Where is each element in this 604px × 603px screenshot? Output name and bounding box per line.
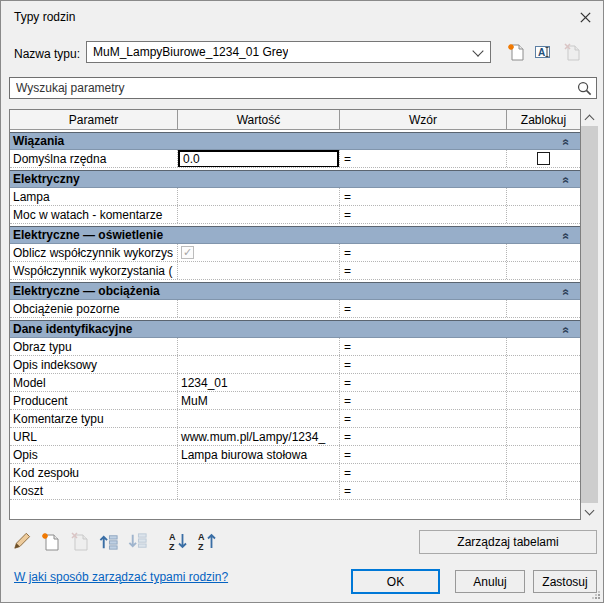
table-scrollbar[interactable] (581, 109, 598, 520)
parameter-name-cell: Współczynnik wykorzystania ( (10, 262, 178, 279)
column-header[interactable]: Wartość (178, 110, 340, 130)
formula-cell[interactable]: = (340, 338, 507, 355)
param-row[interactable]: Koszt= (10, 482, 580, 500)
collapse-section-icon[interactable]: « (559, 233, 575, 240)
new-type-button[interactable] (504, 40, 528, 64)
parameter-value-cell[interactable]: 1234_01 (178, 374, 340, 391)
parameters-table: ParametrWartośćWzórZablokuj Wiązania«Dom… (9, 109, 581, 520)
param-row[interactable]: Model1234_01= (10, 374, 580, 392)
formula-cell[interactable]: = (340, 446, 507, 463)
parameter-value-cell[interactable]: 0.0 (178, 150, 340, 167)
param-row[interactable]: OpisLampa biurowa stołowa= (10, 446, 580, 464)
parameter-value-cell[interactable]: Lampa biurowa stołowa (178, 446, 340, 463)
apply-label: Zastosuj (542, 575, 587, 589)
param-row[interactable]: URLwww.mum.pl/Lampy/1234_= (10, 428, 580, 446)
formula-cell[interactable]: = (340, 374, 507, 391)
edit-parameter-button[interactable] (9, 529, 33, 553)
search-input[interactable] (10, 78, 576, 98)
param-row[interactable]: Moc w watach - komentarze= (10, 206, 580, 224)
resize-grip[interactable] (592, 591, 600, 599)
dialog-title: Typy rodzin (14, 10, 75, 24)
collapse-section-icon[interactable]: « (559, 327, 575, 334)
formula-cell[interactable]: = (340, 428, 507, 445)
formula-cell[interactable]: = (340, 188, 507, 205)
scroll-down-button[interactable] (581, 503, 598, 520)
move-down-button[interactable] (125, 529, 149, 553)
cancel-button[interactable]: Anuluj (455, 570, 525, 593)
search-icon[interactable] (576, 80, 593, 100)
param-row[interactable]: Współczynnik wykorzystania (= (10, 262, 580, 280)
param-row[interactable]: Obciążenie pozorne= (10, 300, 580, 318)
delete-type-button[interactable] (560, 40, 584, 64)
param-row[interactable]: Obraz typu= (10, 338, 580, 356)
param-row[interactable]: Domyślna rzędna0.0= (10, 150, 580, 168)
delete-parameter-button[interactable] (67, 529, 91, 553)
collapse-section-icon[interactable]: « (559, 289, 575, 296)
parameter-value-cell[interactable]: MuM (178, 392, 340, 409)
formula-cell[interactable]: = (340, 300, 507, 317)
group-row[interactable]: Wiązania« (10, 132, 580, 150)
parameter-value-cell[interactable] (178, 410, 340, 427)
group-row[interactable]: Dane identyfikacyjne« (10, 320, 580, 338)
formula-cell[interactable]: = (340, 356, 507, 373)
formula-cell[interactable]: = (340, 262, 507, 279)
column-header[interactable]: Parametr (10, 110, 178, 130)
group-row[interactable]: Elektryczne — oświetlenie« (10, 226, 580, 244)
parameter-value-cell[interactable] (178, 262, 340, 279)
parameter-value-cell[interactable] (178, 464, 340, 481)
scroll-up-button[interactable] (581, 109, 598, 126)
formula-cell[interactable]: = (340, 410, 507, 427)
formula-cell[interactable]: = (340, 150, 507, 167)
param-row[interactable]: Oblicz współczynnik wykorzys✓= (10, 244, 580, 262)
param-row[interactable]: Komentarze typu= (10, 410, 580, 428)
param-row[interactable]: Lampa= (10, 188, 580, 206)
move-up-button[interactable] (96, 529, 120, 553)
formula-cell[interactable]: = (340, 464, 507, 481)
lock-checkbox[interactable] (537, 152, 550, 165)
help-link[interactable]: W jaki sposób zarządzać typami rodzin? (14, 570, 228, 584)
ok-button[interactable]: OK (351, 569, 440, 594)
rename-type-icon: A (534, 42, 554, 62)
column-header[interactable]: Wzór (340, 110, 507, 130)
column-header[interactable]: Zablokuj (507, 110, 580, 130)
formula-cell[interactable]: = (340, 206, 507, 223)
lock-cell (507, 188, 580, 205)
parameter-name-cell: Domyślna rzędna (10, 150, 178, 167)
param-row[interactable]: ProducentMuM= (10, 392, 580, 410)
parameter-value-cell[interactable] (178, 482, 340, 499)
lock-cell (507, 464, 580, 481)
lock-cell (507, 482, 580, 499)
parameter-value-cell[interactable]: ✓ (178, 244, 340, 261)
manage-tables-button[interactable]: Zarządzaj tabelami (419, 530, 597, 554)
parameter-value-cell[interactable] (178, 300, 340, 317)
group-row[interactable]: Elektryczne — obciążenia« (10, 282, 580, 300)
sort-ascending-button[interactable]: A Z (166, 529, 190, 553)
new-parameter-button[interactable] (38, 529, 62, 553)
formula-cell[interactable]: = (340, 482, 507, 499)
parameter-value-cell[interactable] (178, 338, 340, 355)
formula-cell[interactable]: = (340, 392, 507, 409)
parameter-name-cell: Producent (10, 392, 178, 409)
type-name-combobox[interactable]: MuM_LampyBiurowe_1234_01 Grey (86, 41, 491, 63)
lock-cell (507, 374, 580, 391)
move-down-icon (127, 531, 148, 552)
group-label: Elektryczne — oświetlenie (13, 228, 163, 242)
param-row[interactable]: Opis indeksowy= (10, 356, 580, 374)
parameter-value-cell[interactable]: www.mum.pl/Lampy/1234_ (178, 428, 340, 445)
rename-type-button[interactable]: A (532, 40, 556, 64)
apply-button[interactable]: Zastosuj (533, 570, 597, 593)
close-button[interactable] (574, 7, 596, 27)
parameter-value-cell[interactable] (178, 206, 340, 223)
collapse-section-icon[interactable]: « (559, 177, 575, 184)
parameter-name-cell: URL (10, 428, 178, 445)
value-edit-box[interactable]: 0.0 (178, 150, 339, 167)
group-row[interactable]: Elektryczny« (10, 170, 580, 188)
formula-cell[interactable]: = (340, 244, 507, 261)
sort-descending-button[interactable]: A Z (195, 529, 219, 553)
sort-ascending-icon: A Z (168, 531, 189, 552)
parameter-value-cell[interactable] (178, 356, 340, 373)
parameter-value-cell[interactable] (178, 188, 340, 205)
param-row[interactable]: Kod zespołu= (10, 464, 580, 482)
collapse-section-icon[interactable]: « (559, 139, 575, 146)
scrollbar-thumb[interactable] (581, 126, 598, 503)
